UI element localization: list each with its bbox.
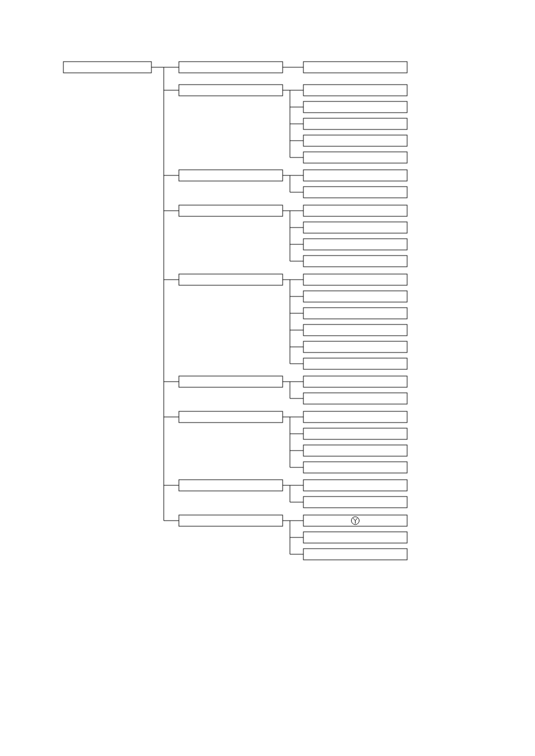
level3-node-8-1 [303,532,407,543]
level3-node-4-1 [303,291,407,302]
level3-node-6-2 [303,445,407,456]
level3-node-3-3 [303,256,407,267]
level3-node-7-1 [303,497,407,508]
level3-node-4-2 [303,308,407,319]
level2-node-6 [179,411,283,423]
level2-node-1 [179,85,283,96]
level3-node-4-4 [303,341,407,353]
level3-node-5-1 [303,393,407,404]
level3-node-3-1 [303,222,407,233]
level3-node-5-0 [303,376,407,387]
level3-node-1-0 [303,85,407,96]
level3-node-1-3 [303,135,407,146]
level3-node-2-1 [303,187,407,198]
level3-node-8-2 [303,549,407,560]
level3-node-6-3 [303,462,407,473]
level2-node-8 [179,515,283,526]
level2-node-4 [179,274,283,285]
level2-node-3 [179,205,283,216]
level3-node-6-1 [303,428,407,439]
level2-node-5 [179,376,283,387]
level3-node-0-0 [303,62,407,73]
level3-node-2-0 [303,170,407,181]
level3-node-7-0 [303,480,407,491]
level2-node-7 [179,480,283,491]
level2-node-2 [179,170,283,181]
hierarchy-diagram [0,0,535,756]
level3-node-4-0 [303,274,407,285]
level3-node-1-2 [303,118,407,129]
level3-node-1-4 [303,152,407,163]
level3-node-3-2 [303,239,407,250]
level3-node-6-0 [303,411,407,423]
level3-node-3-0 [303,205,407,216]
level3-node-4-3 [303,324,407,336]
level3-node-4-5 [303,358,407,369]
level2-node-0 [179,62,283,73]
level3-node-1-1 [303,101,407,113]
root-node [63,62,151,73]
